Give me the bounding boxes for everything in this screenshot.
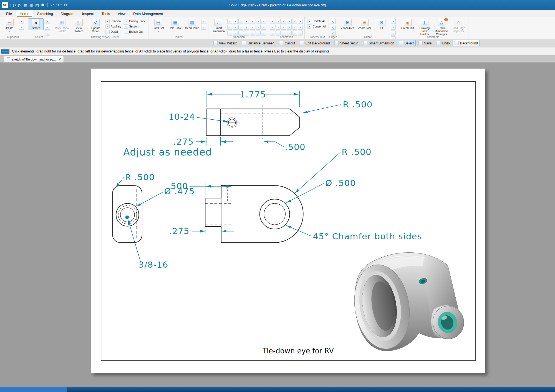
detail-button[interactable]: Detail [105, 29, 122, 34]
annotation-tool-icon[interactable] [270, 31, 275, 36]
drawing-view-tracker-button[interactable]: ◫ Drawing View Tracker [417, 18, 432, 37]
edge-display-icon[interactable] [331, 19, 336, 24]
dimension-tool-icon[interactable] [250, 25, 255, 30]
principal-button[interactable]: Principal [105, 19, 122, 24]
quick-callout-button[interactable]: Callout [277, 40, 297, 46]
redo-dropdown-icon[interactable]: ▾ [60, 4, 62, 6]
dimension-tool-icon[interactable] [256, 19, 261, 24]
print-button[interactable]: ▤ [35, 3, 39, 7]
update-views-button[interactable]: ↺ Update Views [88, 18, 104, 33]
end-view[interactable] [112, 185, 142, 243]
tab-view[interactable]: View [114, 10, 129, 17]
drawing-sheet[interactable]: 1.775 R .500 10-24 .275 .500 Adjust as n… [91, 69, 485, 373]
table-tool-icon[interactable] [201, 19, 206, 24]
dimension-tool-icon[interactable] [233, 25, 238, 30]
dimension-tool-icon[interactable] [244, 19, 249, 24]
dimension-tool-icon[interactable] [227, 31, 232, 36]
quick-background-button[interactable]: Background [453, 40, 480, 46]
annotation-tool-icon[interactable] [270, 19, 275, 24]
annotation-tool-icon[interactable] [298, 31, 303, 36]
dimension-tool-icon[interactable] [233, 19, 238, 24]
dimension-text[interactable]: .500 [285, 142, 306, 152]
dimension-text[interactable]: 10-24 [168, 112, 195, 122]
tab-tools[interactable]: Tools [98, 10, 114, 17]
select-options-icon[interactable] [45, 19, 50, 24]
tab-inspect[interactable]: Inspect [78, 10, 98, 17]
view-wizard-button[interactable]: ◳ View Wizard [71, 18, 87, 33]
annotation-tool-icon[interactable] [281, 31, 286, 36]
cutting-plane-button[interactable]: Cutting Plane [123, 19, 146, 24]
select-button[interactable]: ▲ Select [28, 18, 44, 30]
dimension-tool-icon[interactable] [250, 19, 255, 24]
quick-sheet-setup-button[interactable]: Sheet Setup [332, 40, 360, 46]
quick-undo-button[interactable]: Undo [434, 40, 452, 46]
annotation-tool-icon[interactable] [287, 25, 292, 30]
annotation-tool-icon[interactable] [292, 19, 297, 24]
dimension-text[interactable]: 45° Chamfer both sides [313, 231, 422, 241]
select-filter-icon[interactable] [45, 31, 50, 36]
quick-smart-dimension-button[interactable]: Smart Dimension [361, 40, 396, 46]
annotation-tool-icon[interactable] [281, 19, 286, 24]
orient-tool-icon[interactable] [391, 25, 396, 30]
drawing-note[interactable]: Adjust as needed [123, 147, 212, 158]
zoom-area-button[interactable]: ⊞ Zoom Area [340, 18, 355, 30]
dimension-tool-icon[interactable] [244, 25, 249, 30]
refresh-button[interactable]: ↺ [64, 3, 67, 7]
dimension-text[interactable]: .500 [168, 181, 188, 191]
bend-table-button[interactable]: ▥ Bend Table [184, 18, 200, 30]
copy-icon[interactable] [19, 19, 24, 24]
keypoint-dot[interactable] [125, 215, 129, 219]
quick-save-button[interactable]: Save [417, 40, 433, 46]
dimension-text[interactable]: R .500 [125, 172, 155, 182]
side-view[interactable] [205, 185, 303, 243]
redo-button[interactable]: ↷ [56, 3, 60, 7]
auxiliary-button[interactable]: Auxiliary [105, 24, 122, 29]
orient-tool-icon[interactable] [391, 19, 396, 24]
annotation-tool-icon[interactable] [287, 31, 292, 36]
quick-view-wizard-button[interactable]: View Wizard [211, 40, 239, 46]
new-document-button[interactable]: ▢ [10, 3, 14, 7]
drawing-sheet-svg[interactable]: 1.775 R .500 10-24 .275 .500 Adjust as n… [91, 69, 485, 373]
top-view-dimensions[interactable]: 1.775 R .500 10-24 .275 .500 Adjust as n… [123, 89, 373, 158]
edge-display-icon[interactable] [331, 31, 336, 36]
tab-file[interactable]: File [2, 10, 16, 17]
select-fence-icon[interactable] [45, 25, 50, 30]
dimension-tool-icon[interactable] [238, 25, 243, 30]
dimension-text[interactable]: R .500 [343, 99, 373, 109]
dimension-tool-icon[interactable] [261, 19, 266, 24]
dimension-tool-icon[interactable] [244, 31, 249, 36]
open-button[interactable]: ▷ [18, 3, 21, 7]
annotation-tool-icon[interactable] [276, 31, 281, 36]
dimension-tool-icon[interactable] [227, 19, 232, 24]
tab-home[interactable]: Home [16, 10, 33, 17]
annotation-tool-icon[interactable] [276, 25, 281, 30]
drawing-canvas[interactable]: 1.775 R .500 10-24 .275 .500 Adjust as n… [0, 62, 555, 387]
dimension-tool-icon[interactable] [227, 25, 232, 30]
dimension-tool-icon[interactable] [256, 31, 261, 36]
update-all-button[interactable]: Update All [307, 19, 326, 24]
sheet-setup-button[interactable]: ▥ [29, 3, 33, 7]
settings-gear-icon[interactable]: ✱ [41, 3, 44, 7]
track-dimension-changes-button[interactable]: ! ◬ Track Dimension Changes [434, 18, 449, 37]
annotation-tool-icon[interactable] [292, 31, 297, 36]
document-tab[interactable]: sketch of Tie down anchor ey... ✕ [4, 56, 64, 62]
new-dropdown-icon[interactable]: ▾ [15, 4, 16, 6]
paste-button[interactable]: ▤ Paste ▾ [2, 18, 17, 33]
create-3d-button[interactable]: ▣ Create 3D [400, 18, 415, 30]
annotation-tool-icon[interactable] [281, 25, 286, 30]
edge-display-icon[interactable] [331, 25, 336, 30]
dimension-tool-icon[interactable] [233, 31, 238, 36]
convert-all-button[interactable]: Convert All [307, 24, 326, 29]
dimension-text[interactable]: 3/8-16 [138, 260, 168, 270]
dimension-text[interactable]: 1.775 [240, 89, 266, 99]
dimension-tool-icon[interactable] [256, 25, 261, 30]
dimension-text[interactable]: R .500 [342, 147, 372, 157]
close-icon[interactable]: ✕ [59, 57, 61, 61]
dimension-text[interactable]: .275 [173, 137, 194, 147]
dimension-tool-icon[interactable] [238, 19, 243, 24]
hole-table-button[interactable]: ▦ Hole Table [167, 18, 183, 30]
dimension-text[interactable]: .275 [169, 226, 190, 236]
annotation-tool-icon[interactable] [270, 25, 275, 30]
model-view-palette-button[interactable]: ▦ Model View Palette [54, 18, 70, 33]
table-tool-icon[interactable] [201, 25, 206, 30]
